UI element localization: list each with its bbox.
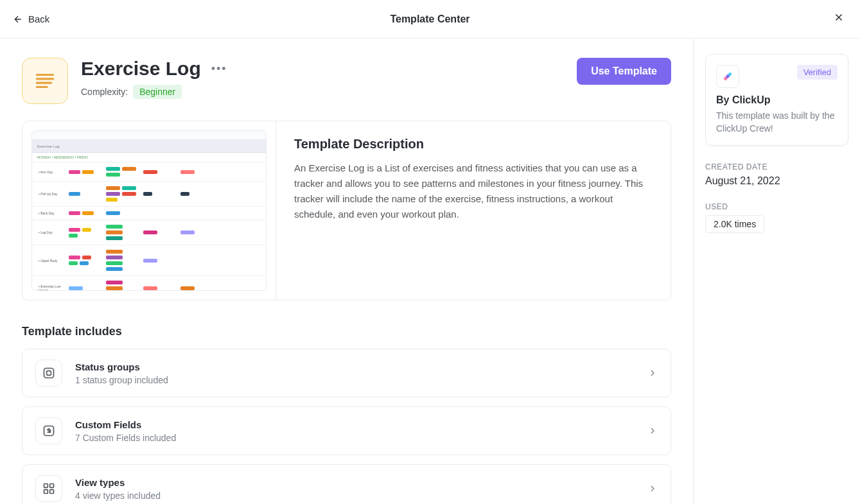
clickup-logo-icon [716,65,739,88]
description-body: An Exercise Log is a List of exercises a… [294,161,653,222]
template-preview: Exercise Log MONDAY / WEDNESDAY / FRIDAY… [22,121,276,300]
back-label: Back [28,13,49,24]
description-heading: Template Description [294,137,653,152]
arrow-left-icon [13,14,23,24]
include-subtitle: 1 status group included [75,375,647,385]
preview-mock: Exercise Log MONDAY / WEDNESDAY / FRIDAY… [31,130,267,291]
chevron-right-icon [647,426,658,436]
description-card: Exercise Log MONDAY / WEDNESDAY / FRIDAY… [22,121,671,300]
svg-rect-7 [44,484,48,488]
include-title: Status groups [75,361,647,372]
svg-rect-4 [44,369,54,378]
sidebar: Verified By ClickUp This template was bu… [693,39,860,504]
by-author: By ClickUp [716,94,838,106]
include-subtitle: 4 view types included [75,491,647,501]
include-custom-fields[interactable]: Custom Fields 7 Custom Fields included [22,406,671,455]
include-status-groups[interactable]: Status groups 1 status group included [22,349,671,397]
content-area: Exercise Log ••• Complexity: Beginner Us… [0,39,693,504]
include-subtitle: 7 Custom Fields included [75,433,647,443]
author-description: This template was built by the ClickUp C… [716,110,838,135]
svg-rect-5 [47,371,51,376]
list-icon [33,69,57,93]
used-label: USED [705,202,848,211]
complexity-badge: Beginner [133,85,182,99]
title-info: Exercise Log ••• Complexity: Beginner [81,58,564,99]
verified-top: Verified [716,65,838,88]
chevron-right-icon [647,483,658,494]
header: Back Template Center [0,0,860,39]
close-button[interactable] [830,9,847,29]
page-title: Template Center [390,13,469,25]
include-info: Status groups 1 status group included [75,361,647,385]
created-date-label: CREATED DATE [705,162,848,171]
include-info: Custom Fields 7 Custom Fields included [75,419,647,443]
verified-card: Verified By ClickUp This template was bu… [705,54,848,146]
include-title: View types [75,477,647,488]
svg-rect-10 [50,490,54,494]
svg-rect-8 [50,484,54,488]
description-text: Template Description An Exercise Log is … [276,121,671,300]
title-row: Exercise Log ••• Complexity: Beginner Us… [22,58,671,104]
back-button[interactable]: Back [13,13,49,24]
title-main: Exercise Log ••• [81,58,564,80]
includes-heading: Template includes [22,325,671,338]
main-container: Exercise Log ••• Complexity: Beginner Us… [0,39,860,504]
view-types-icon [35,475,62,502]
template-icon [22,58,68,104]
verified-badge: Verified [797,65,838,80]
more-options-button[interactable]: ••• [211,62,227,76]
used-count-badge: 2.0K times [705,215,764,233]
custom-fields-icon [35,417,62,444]
created-date-value: August 21, 2022 [705,175,848,187]
template-title: Exercise Log [81,58,201,80]
use-template-button[interactable]: Use Template [577,58,671,85]
chevron-right-icon [647,368,658,378]
svg-rect-9 [44,490,48,494]
complexity-label: Complexity: [81,87,128,97]
include-info: View types 4 view types included [75,477,647,501]
status-groups-icon [35,360,62,387]
complexity-row: Complexity: Beginner [81,85,564,99]
include-title: Custom Fields [75,419,647,430]
close-icon [833,12,845,23]
include-view-types[interactable]: View types 4 view types included [22,464,671,504]
